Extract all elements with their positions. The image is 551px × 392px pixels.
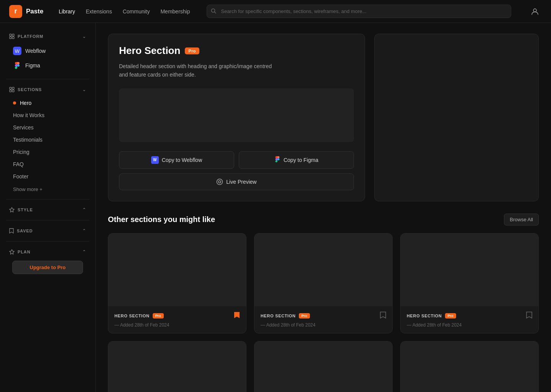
- hero-description: Detailed header section with heading and…: [119, 62, 280, 79]
- search-bar: [207, 5, 511, 18]
- section-cards-grid: HERO SECTION Pro — Added 28th of Feb 202…: [108, 233, 539, 333]
- card-pro-badge-0: Pro: [153, 313, 164, 318]
- section-item-how-it-works[interactable]: How it Works: [9, 109, 86, 121]
- app-layout: PLATFORM ⌄ W Webflow: [0, 23, 551, 392]
- card-title-1: HERO SECTION: [261, 314, 296, 318]
- other-sections-title: Other sections you might like: [108, 215, 215, 224]
- platform-section-title: PLATFORM: [9, 34, 43, 39]
- svg-marker-11: [10, 207, 14, 212]
- section-item-services[interactable]: Services: [9, 121, 86, 134]
- platform-item-figma[interactable]: Figma: [9, 58, 86, 73]
- section-item-faq[interactable]: FAQ: [9, 158, 86, 170]
- figma-icon: [13, 61, 21, 70]
- user-account-button[interactable]: [528, 5, 542, 18]
- saved-section: SAVED ⌃: [0, 225, 95, 237]
- divider-3: [6, 220, 89, 220]
- style-section-header[interactable]: STYLE ⌃: [6, 204, 89, 216]
- svg-point-13: [217, 179, 223, 185]
- card-thumbnail-5: [401, 341, 538, 392]
- saved-section-header[interactable]: SAVED ⌃: [6, 225, 89, 237]
- card-title-2: HERO SECTION: [407, 314, 442, 318]
- platform-section: PLATFORM ⌄ W Webflow: [0, 31, 95, 74]
- card-info-row-2: HERO SECTION Pro: [407, 312, 532, 320]
- svg-rect-10: [12, 90, 14, 92]
- divider-4: [6, 241, 89, 242]
- svg-point-14: [218, 181, 221, 183]
- logo-text: Paste: [26, 8, 43, 15]
- section-item-pricing[interactable]: Pricing: [9, 146, 86, 158]
- figma-button-icon: [274, 156, 280, 164]
- active-dot: [13, 101, 16, 105]
- divider-1: [6, 79, 89, 79]
- card-thumbnail-4: [254, 341, 392, 392]
- show-more-button[interactable]: Show more +: [6, 184, 89, 194]
- nav-community[interactable]: Community: [123, 8, 150, 15]
- main-content: Hero Section Pro Detailed header section…: [96, 23, 551, 392]
- svg-rect-8: [12, 87, 14, 89]
- section-card-0: HERO SECTION Pro — Added 28th of Feb 202…: [108, 233, 246, 333]
- card-thumbnail-3: [108, 341, 246, 392]
- logo[interactable]: r Paste: [9, 5, 43, 18]
- sections-chevron: ⌄: [82, 87, 86, 92]
- section-card-3: [108, 341, 246, 392]
- sections-section-title: SECTIONS: [9, 87, 42, 92]
- card-pro-badge-1: Pro: [299, 313, 310, 318]
- top-navigation: r Paste Library Extensions Community Mem…: [0, 0, 551, 23]
- plan-section-title: PLAN: [9, 249, 30, 255]
- card-pro-badge-2: Pro: [445, 313, 456, 318]
- style-section-title: STYLE: [9, 207, 33, 212]
- card-bookmark-button-2[interactable]: [526, 312, 532, 320]
- webflow-button-icon: W: [151, 156, 159, 164]
- svg-marker-12: [10, 250, 14, 254]
- action-buttons: W Copy to Webflow: [119, 151, 354, 190]
- svg-rect-5: [10, 37, 11, 39]
- style-section: STYLE ⌃: [0, 204, 95, 216]
- svg-rect-3: [10, 34, 11, 36]
- section-item-hero[interactable]: Hero: [9, 97, 86, 109]
- detail-right-preview: [374, 34, 539, 201]
- nav-membership[interactable]: Membership: [160, 8, 190, 15]
- card-date-1: — Added 28th of Feb 2024: [261, 322, 386, 328]
- platform-chevron: ⌄: [82, 34, 86, 39]
- webflow-icon: W: [13, 47, 21, 55]
- browse-all-button[interactable]: Browse All: [504, 214, 539, 225]
- search-input[interactable]: [207, 5, 511, 18]
- live-preview-button[interactable]: Live Preview: [119, 173, 354, 190]
- svg-point-2: [533, 9, 536, 12]
- style-chevron: ⌃: [82, 207, 86, 212]
- card-date-2: — Added 28th of Feb 2024: [407, 322, 532, 328]
- platform-section-header[interactable]: PLATFORM ⌄: [6, 31, 89, 42]
- section-cards-grid-2: [108, 341, 539, 392]
- sidebar: PLATFORM ⌄ W Webflow: [0, 23, 96, 392]
- copy-to-figma-button[interactable]: Copy to Figma: [239, 151, 354, 169]
- sections-section: SECTIONS ⌄ Hero How it Works Services Te…: [0, 84, 95, 194]
- upgrade-button[interactable]: Upgrade to Pro: [12, 261, 83, 274]
- card-title-0: HERO SECTION: [114, 314, 150, 318]
- section-item-testimonials[interactable]: Testimonials: [9, 134, 86, 146]
- section-list: Hero How it Works Services Testimonials …: [6, 95, 89, 184]
- plan-section: PLAN ⌃ Upgrade to Pro: [0, 246, 95, 274]
- svg-rect-6: [12, 37, 14, 39]
- nav-links: Library Extensions Community Membership: [59, 8, 190, 15]
- copy-buttons-row: W Copy to Webflow: [119, 151, 354, 169]
- card-bookmark-button-1[interactable]: [380, 312, 386, 320]
- section-card-1: HERO SECTION Pro — Added 28th of Feb 202…: [254, 233, 393, 333]
- section-card-4: [254, 341, 393, 392]
- copy-to-webflow-button[interactable]: W Copy to Webflow: [119, 151, 234, 169]
- card-info-1: HERO SECTION Pro — Added 28th of Feb 202…: [254, 306, 392, 333]
- card-bookmark-button-0[interactable]: [234, 312, 240, 320]
- card-title-group-1: HERO SECTION Pro: [261, 313, 310, 318]
- hero-detail-area: Hero Section Pro Detailed header section…: [108, 34, 539, 201]
- nav-extensions[interactable]: Extensions: [86, 8, 112, 15]
- sections-section-header[interactable]: SECTIONS ⌄: [6, 84, 89, 95]
- card-thumbnail-2: [401, 234, 538, 306]
- nav-library[interactable]: Library: [59, 8, 75, 15]
- card-info-0: HERO SECTION Pro — Added 28th of Feb 202…: [108, 306, 246, 333]
- platform-item-webflow[interactable]: W Webflow: [9, 44, 86, 58]
- card-title-group-2: HERO SECTION Pro: [407, 313, 456, 318]
- plan-section-header[interactable]: PLAN ⌃: [6, 246, 89, 258]
- platform-items: W Webflow Figma: [6, 42, 89, 74]
- card-thumbnail-0: [108, 234, 246, 306]
- card-date-0: — Added 28th of Feb 2024: [114, 322, 240, 328]
- section-item-footer[interactable]: Footer: [9, 170, 86, 183]
